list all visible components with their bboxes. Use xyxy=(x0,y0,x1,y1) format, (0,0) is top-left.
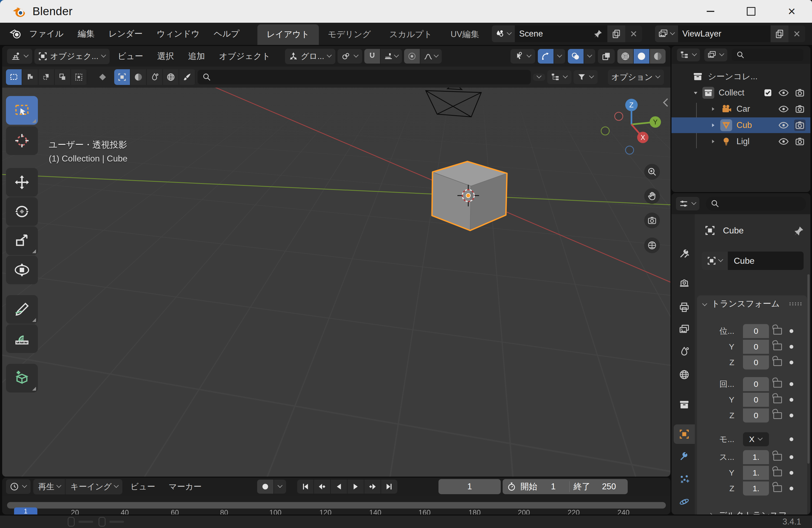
panel-grip-icon[interactable] xyxy=(789,302,802,305)
shading-solid-button[interactable] xyxy=(634,49,650,63)
start-frame-field[interactable]: 1 xyxy=(541,482,565,492)
tab-physics[interactable] xyxy=(674,492,695,512)
play-button[interactable] xyxy=(348,480,364,494)
disclosure-closed-icon[interactable] xyxy=(709,122,716,129)
outliner-row-light[interactable]: Ligl xyxy=(671,134,810,149)
breadcrumb-object[interactable]: Cube xyxy=(723,226,744,236)
select-intersect-button[interactable] xyxy=(71,69,87,85)
jump-to-start-button[interactable] xyxy=(297,480,314,494)
pin-icon[interactable] xyxy=(793,225,805,237)
tab-world[interactable] xyxy=(674,365,695,384)
filter-scene-button[interactable] xyxy=(147,69,163,85)
gizmo-toggle[interactable] xyxy=(538,49,554,63)
stopwatch-icon[interactable] xyxy=(506,482,517,492)
viewlayer-new-button[interactable] xyxy=(771,26,788,42)
rotation-y-field[interactable]: 0 xyxy=(743,393,769,407)
unlock-icon[interactable] xyxy=(773,328,782,335)
menu-add[interactable]: 追加 xyxy=(182,50,211,62)
unlock-icon[interactable] xyxy=(773,454,782,461)
filter-material-button[interactable] xyxy=(130,69,147,85)
keying-menu[interactable]: キーイング xyxy=(66,479,122,495)
viewport-3d[interactable]: オブジェク... ビュー 選択 追加 オブジェクト グロ... xyxy=(2,46,670,477)
animate-dot[interactable] xyxy=(789,361,793,364)
gizmo-y-negative[interactable] xyxy=(601,127,609,135)
zoom-button[interactable] xyxy=(644,164,660,180)
blender-menu-icon[interactable] xyxy=(9,27,22,40)
scene-name-field[interactable]: Scene xyxy=(515,26,607,42)
disclosure-closed-icon[interactable] xyxy=(709,138,716,145)
unlock-icon[interactable] xyxy=(773,485,782,492)
outliner-row-scene-collection[interactable]: シーンコレ... xyxy=(671,69,810,85)
timeline-view-menu[interactable]: ビュー xyxy=(125,481,160,492)
gizmo-x-negative[interactable] xyxy=(615,112,623,120)
tab-uv-editing[interactable]: UV編集 xyxy=(441,24,488,45)
viewlayer-name-field[interactable]: ViewLayer xyxy=(678,26,771,42)
camera-view-button[interactable] xyxy=(644,213,660,228)
filter-dropdown[interactable] xyxy=(574,70,598,84)
play-reverse-button[interactable] xyxy=(331,480,348,494)
tool-cursor[interactable] xyxy=(6,126,38,155)
snap-toggle[interactable] xyxy=(364,49,380,63)
tool-annotate[interactable] xyxy=(6,295,38,324)
eye-icon[interactable] xyxy=(778,120,789,131)
rotation-mode-dropdown[interactable]: X xyxy=(743,432,769,446)
tool-measure[interactable] xyxy=(6,324,38,353)
pivot-point-dropdown[interactable] xyxy=(337,49,362,63)
scene-browse-button[interactable] xyxy=(492,26,515,42)
viewlayer-browse-button[interactable] xyxy=(655,26,678,42)
menu-select[interactable]: 選択 xyxy=(151,50,180,62)
autokey-record-button[interactable] xyxy=(257,480,274,494)
animate-dot[interactable] xyxy=(789,413,793,417)
outliner-row-camera[interactable]: Car xyxy=(671,101,810,117)
select-extend-button[interactable] xyxy=(22,69,39,85)
menu-help[interactable]: ヘルプ xyxy=(207,28,247,40)
close-button[interactable]: × xyxy=(771,0,812,23)
animate-dot[interactable] xyxy=(789,455,793,459)
transform-orientation-dropdown[interactable]: グロ... xyxy=(285,49,335,64)
outliner-search-input[interactable] xyxy=(731,49,803,61)
previous-keyframe-button[interactable] xyxy=(314,480,331,494)
display-mode-dropdown[interactable] xyxy=(547,70,571,84)
select-invert-button[interactable] xyxy=(55,69,71,85)
timeline-scrollbar[interactable] xyxy=(7,502,666,509)
animate-dot[interactable] xyxy=(789,487,793,491)
falloff-dropdown[interactable] xyxy=(420,49,442,63)
tool-scale[interactable] xyxy=(6,226,38,255)
end-frame-field[interactable]: 250 xyxy=(594,482,624,492)
eye-icon[interactable] xyxy=(778,103,789,115)
jump-to-end-button[interactable] xyxy=(381,480,397,494)
location-y-field[interactable]: 0 xyxy=(743,340,769,354)
tab-collection[interactable] xyxy=(674,395,695,414)
location-z-field[interactable]: 0 xyxy=(743,356,769,369)
mode-dropdown[interactable]: オブジェク... xyxy=(34,49,110,64)
shading-material-button[interactable] xyxy=(650,49,666,63)
autokey-options-dropdown[interactable] xyxy=(274,483,286,491)
search-input[interactable] xyxy=(198,70,531,85)
disclosure-open-icon[interactable] xyxy=(692,89,699,96)
rotation-x-field[interactable]: 0 xyxy=(743,377,769,391)
tool-select-box[interactable] xyxy=(6,96,38,125)
current-frame-field[interactable]: 1 xyxy=(438,479,501,494)
camera-restrict-icon[interactable] xyxy=(794,120,806,131)
menu-file[interactable]: ファイル xyxy=(22,28,71,40)
properties-scrollbar[interactable] xyxy=(808,274,810,464)
filter-world-button[interactable] xyxy=(163,69,179,85)
properties-editor[interactable]: Cube Cube トランスフォーム 位... 0 Y 0 xyxy=(671,193,810,514)
options-dropdown[interactable]: オプション xyxy=(608,70,664,85)
unlock-icon[interactable] xyxy=(773,412,782,419)
select-subtract-button[interactable] xyxy=(39,69,55,85)
menu-object[interactable]: オブジェクト xyxy=(213,50,276,62)
tab-render[interactable] xyxy=(674,273,695,293)
tab-view-layer[interactable] xyxy=(674,320,695,339)
camera-restrict-icon[interactable] xyxy=(794,87,806,99)
scale-z-field[interactable]: 1. xyxy=(743,482,769,496)
tab-sculpting[interactable]: スカルプト xyxy=(380,24,441,45)
timeline-track-area[interactable]: 1 20 40 60 80 100 120 140 160 180 200 22… xyxy=(2,496,670,514)
tab-layout[interactable]: レイアウト xyxy=(257,24,319,45)
overlays-toggle[interactable] xyxy=(568,49,584,63)
camera-restrict-icon[interactable] xyxy=(794,103,806,115)
tab-tool[interactable] xyxy=(674,244,695,263)
timeline-editor-type-button[interactable] xyxy=(6,479,31,494)
tab-particles[interactable] xyxy=(674,469,695,489)
disclosure-closed-icon[interactable] xyxy=(709,105,716,112)
